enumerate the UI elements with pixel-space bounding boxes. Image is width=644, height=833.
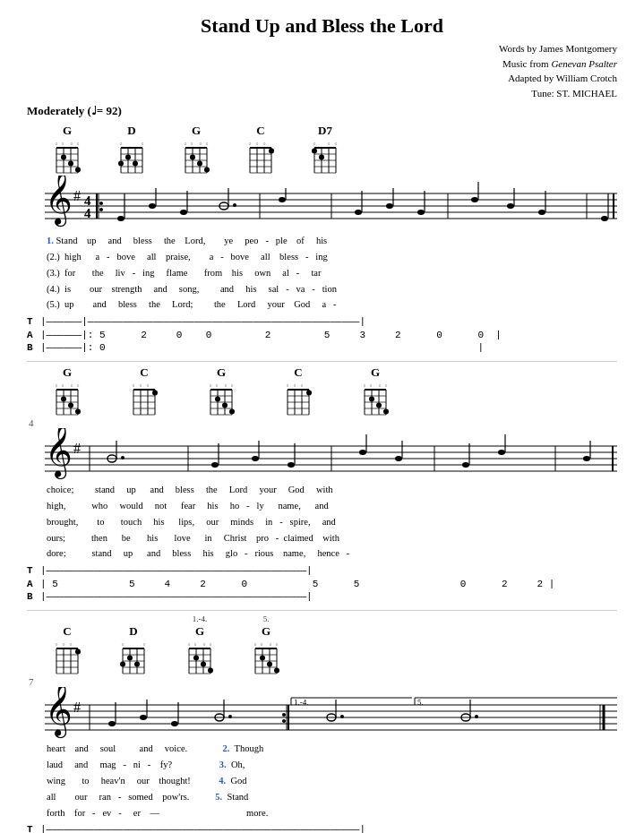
tempo-label: Moderately (♩= 92): [27, 104, 122, 118]
section-3: C ○ ○ ○ D: [27, 614, 617, 833]
attribution-line1: Words by James Montgomery: [27, 41, 617, 56]
lyric-s3-4: all our ran - somed pow'rs. 5. Stand: [47, 789, 617, 805]
svg-text:○: ○: [190, 142, 193, 146]
svg-point-94: [233, 203, 236, 207]
svg-text:○: ○: [202, 642, 205, 647]
chord-D-s3: D ○ ○: [118, 624, 149, 674]
svg-point-13: [61, 155, 66, 160]
svg-point-43: [190, 155, 195, 160]
svg-text:○: ○: [378, 383, 381, 388]
svg-point-310: [340, 715, 344, 718]
svg-point-96: [279, 197, 286, 202]
svg-point-45: [204, 167, 210, 173]
chord-row-1: G ○ ○ ○ ○: [52, 124, 617, 174]
lyric-s2-3: brought, to touch his lips, our minds in…: [47, 514, 617, 530]
svg-point-280: [274, 668, 279, 674]
chord-diagram-D7: ○ ○ ○: [310, 140, 340, 174]
svg-point-90: [180, 210, 187, 215]
svg-text:4: 4: [84, 206, 91, 220]
staff-svg-3: 𝄞 # 1.-4. 5.: [27, 687, 617, 739]
svg-point-108: [507, 203, 514, 209]
chord-G-s3-5: 5. G ○ ○ ○ ○: [251, 614, 281, 674]
svg-point-28: [125, 155, 131, 160]
chord-row-3: C ○ ○ ○ D: [52, 614, 617, 674]
lyric-line-5: (5.) up and bless the Lord; the Lord you…: [47, 296, 617, 313]
svg-text:○: ○: [209, 642, 211, 647]
svg-text:○: ○: [62, 642, 64, 647]
lyric-s2-1: choice; stand up and bless the Lord your…: [47, 482, 617, 498]
lyric-s2-5: dore; stand up and bless his glo - rious…: [47, 545, 617, 562]
chord-C-s2: C ○ ○ ○: [129, 365, 159, 416]
svg-text:○: ○: [215, 383, 218, 388]
svg-text:○: ○: [224, 383, 227, 388]
svg-point-264: [208, 668, 213, 674]
svg-text:○: ○: [55, 142, 57, 146]
section-1: Moderately (♩= 92) G ○ ○ ○ ○: [27, 102, 617, 354]
svg-text:○: ○: [384, 383, 387, 388]
svg-text:○: ○: [230, 383, 233, 388]
svg-point-299: [282, 713, 286, 717]
svg-point-263: [201, 662, 206, 667]
tab-section-3: T|——————————————————————————————————————…: [27, 823, 617, 833]
svg-point-234: [75, 649, 81, 655]
svg-point-84: [99, 202, 103, 205]
chord-G3-s2: G ○ ○ ○ ○: [360, 365, 391, 416]
svg-point-278: [260, 656, 265, 661]
attribution-line2: Music from Genevan Psalter: [27, 56, 617, 72]
music-system-1: 𝄞 # 4 4: [27, 176, 617, 228]
svg-text:𝄞: 𝄞: [45, 176, 73, 228]
svg-text:○: ○: [69, 642, 72, 647]
svg-point-72: [319, 155, 324, 160]
svg-text:○: ○: [334, 142, 337, 146]
svg-point-211: [395, 456, 402, 461]
svg-text:○: ○: [70, 142, 73, 146]
svg-point-27: [118, 161, 124, 167]
attribution-line4: Tune: ST. MICHAEL: [27, 86, 617, 101]
measure-num-7: 7: [29, 676, 34, 687]
attribution-line3: Adapted by William Crotch: [27, 71, 617, 86]
svg-point-85: [99, 208, 103, 211]
chord-row-2: G ○ ○ ○ ○: [52, 365, 617, 416]
svg-text:○: ○: [184, 142, 186, 146]
svg-text:○: ○: [209, 383, 211, 388]
svg-text:𝄞: 𝄞: [45, 687, 73, 739]
svg-point-219: [583, 456, 590, 461]
chord-G-2: G ○ ○ ○ ○: [181, 124, 211, 174]
svg-point-110: [538, 210, 545, 215]
svg-point-248: [134, 662, 140, 667]
svg-text:○: ○: [139, 383, 142, 388]
svg-point-291: [140, 715, 147, 720]
svg-point-130: [68, 403, 73, 408]
lyric-line-3: (3.) for the liv - ing flame from his ow…: [47, 265, 617, 281]
chord-G2-s2: G ○ ○ ○ ○: [206, 365, 236, 416]
svg-point-71: [312, 149, 317, 154]
svg-text:○: ○: [193, 642, 196, 647]
svg-text:○: ○: [199, 142, 202, 146]
svg-point-297: [228, 715, 232, 718]
svg-text:○: ○: [121, 642, 124, 647]
svg-point-247: [127, 656, 133, 661]
svg-text:○: ○: [253, 642, 256, 647]
section-2: G ○ ○ ○ ○: [27, 365, 617, 603]
lyric-line-2: (2.) high a - bove all praise, a - bove …: [47, 249, 617, 265]
svg-text:○: ○: [187, 642, 190, 647]
svg-point-159: [222, 403, 228, 408]
svg-point-204: [252, 456, 259, 461]
svg-text:○: ○: [119, 142, 122, 146]
svg-point-189: [383, 409, 389, 415]
svg-point-99: [355, 210, 362, 215]
svg-text:#: #: [73, 188, 81, 203]
lyric-s3-5: forth for - ev - er — more.: [47, 805, 617, 821]
attribution: Words by James Montgomery Music from Gen…: [27, 41, 617, 100]
svg-text:1.-4.: 1.-4.: [294, 698, 309, 707]
svg-text:○: ○: [363, 383, 365, 388]
svg-point-262: [193, 656, 199, 661]
svg-text:○: ○: [55, 642, 57, 647]
svg-text:○: ○: [61, 383, 64, 388]
svg-point-29: [133, 161, 138, 167]
lyric-s3-1: heart and soul and voice. 2. Though: [47, 741, 617, 757]
svg-point-113: [601, 216, 608, 221]
svg-point-214: [462, 462, 469, 468]
svg-point-216: [498, 450, 505, 455]
chord-G-s3-14: 1.-4. G ○ ○ ○ ○: [185, 614, 215, 674]
